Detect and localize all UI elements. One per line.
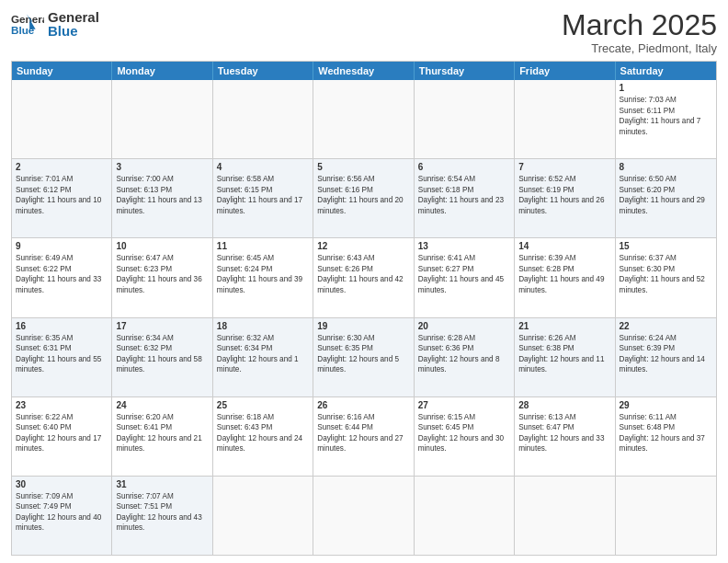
subtitle: Trecate, Piedmont, Italy	[562, 41, 717, 55]
day-number: 16	[16, 321, 108, 331]
day-number: 12	[317, 241, 409, 251]
logo-icon: General Blue	[11, 11, 44, 39]
day-number: 23	[16, 400, 108, 410]
day-number: 26	[317, 400, 409, 410]
cell-info: Sunrise: 6:32 AM Sunset: 6:34 PM Dayligh…	[217, 333, 309, 375]
calendar-cell: 7Sunrise: 6:52 AM Sunset: 6:19 PM Daylig…	[515, 159, 615, 237]
cell-info: Sunrise: 6:41 AM Sunset: 6:27 PM Dayligh…	[418, 253, 510, 295]
day-number: 19	[317, 321, 409, 331]
weekday-header: Tuesday	[213, 62, 313, 80]
calendar-cell: 20Sunrise: 6:28 AM Sunset: 6:36 PM Dayli…	[415, 318, 515, 396]
day-number: 27	[418, 400, 510, 410]
calendar-cell: 14Sunrise: 6:39 AM Sunset: 6:28 PM Dayli…	[515, 238, 615, 316]
calendar-cell: 30Sunrise: 7:09 AM Sunset: 7:49 PM Dayli…	[12, 477, 112, 555]
day-number: 5	[317, 162, 409, 172]
cell-info: Sunrise: 6:50 AM Sunset: 6:20 PM Dayligh…	[620, 174, 712, 216]
cell-info: Sunrise: 6:16 AM Sunset: 6:44 PM Dayligh…	[317, 412, 409, 454]
cell-info: Sunrise: 6:58 AM Sunset: 6:15 PM Dayligh…	[217, 174, 309, 216]
calendar-cell: 22Sunrise: 6:24 AM Sunset: 6:39 PM Dayli…	[616, 318, 716, 396]
cell-info: Sunrise: 7:09 AM Sunset: 7:49 PM Dayligh…	[16, 491, 108, 534]
cell-info: Sunrise: 7:07 AM Sunset: 7:51 PM Dayligh…	[116, 491, 208, 534]
day-number: 14	[518, 241, 610, 251]
day-number: 11	[217, 241, 309, 251]
calendar-cell	[313, 80, 414, 158]
cell-info: Sunrise: 6:56 AM Sunset: 6:16 PM Dayligh…	[317, 174, 409, 216]
cell-info: Sunrise: 6:47 AM Sunset: 6:23 PM Dayligh…	[116, 253, 208, 295]
weekday-header: Wednesday	[313, 62, 414, 80]
day-number: 17	[116, 321, 208, 331]
day-number: 13	[418, 241, 510, 251]
calendar-cell: 10Sunrise: 6:47 AM Sunset: 6:23 PM Dayli…	[112, 238, 212, 316]
calendar-cell	[12, 80, 112, 158]
header: General Blue General Blue March 2025 Tre…	[11, 9, 717, 55]
calendar: SundayMondayTuesdayWednesdayThursdayFrid…	[11, 61, 717, 556]
day-number: 6	[418, 162, 510, 172]
calendar-cell: 21Sunrise: 6:26 AM Sunset: 6:38 PM Dayli…	[515, 318, 615, 396]
calendar-row: 2Sunrise: 7:01 AM Sunset: 6:12 PM Daylig…	[12, 158, 716, 237]
calendar-row: 23Sunrise: 6:22 AM Sunset: 6:40 PM Dayli…	[12, 396, 716, 476]
calendar-cell: 11Sunrise: 6:45 AM Sunset: 6:24 PM Dayli…	[213, 238, 313, 316]
calendar-cell: 27Sunrise: 6:15 AM Sunset: 6:45 PM Dayli…	[415, 397, 515, 476]
calendar-cell: 18Sunrise: 6:32 AM Sunset: 6:34 PM Dayli…	[213, 318, 313, 396]
calendar-cell: 24Sunrise: 6:20 AM Sunset: 6:41 PM Dayli…	[112, 397, 212, 476]
calendar-cell	[515, 477, 615, 555]
day-number: 9	[16, 241, 108, 251]
calendar-body: 1Sunrise: 7:03 AM Sunset: 6:11 PM Daylig…	[12, 80, 716, 555]
weekday-header: Friday	[515, 62, 615, 80]
calendar-cell: 1Sunrise: 7:03 AM Sunset: 6:11 PM Daylig…	[616, 80, 716, 158]
cell-info: Sunrise: 6:13 AM Sunset: 6:47 PM Dayligh…	[518, 412, 610, 454]
weekday-header: Saturday	[616, 62, 716, 80]
day-number: 20	[418, 321, 510, 331]
day-number: 7	[518, 162, 610, 172]
cell-info: Sunrise: 6:24 AM Sunset: 6:39 PM Dayligh…	[620, 333, 712, 375]
cell-info: Sunrise: 6:43 AM Sunset: 6:26 PM Dayligh…	[317, 253, 409, 295]
logo-blue: Blue	[48, 23, 99, 40]
day-number: 3	[116, 162, 208, 172]
calendar-cell: 8Sunrise: 6:50 AM Sunset: 6:20 PM Daylig…	[616, 159, 716, 237]
calendar-cell: 12Sunrise: 6:43 AM Sunset: 6:26 PM Dayli…	[313, 238, 414, 316]
calendar-cell	[415, 477, 515, 555]
cell-info: Sunrise: 6:52 AM Sunset: 6:19 PM Dayligh…	[518, 174, 610, 216]
calendar-cell	[213, 477, 313, 555]
calendar-cell: 19Sunrise: 6:30 AM Sunset: 6:35 PM Dayli…	[313, 318, 414, 396]
day-number: 10	[116, 241, 208, 251]
calendar-row: 16Sunrise: 6:35 AM Sunset: 6:31 PM Dayli…	[12, 317, 716, 396]
day-number: 1	[620, 83, 712, 93]
calendar-cell: 16Sunrise: 6:35 AM Sunset: 6:31 PM Dayli…	[12, 318, 112, 396]
weekday-header: Monday	[112, 62, 212, 80]
day-number: 31	[116, 479, 208, 489]
cell-info: Sunrise: 6:11 AM Sunset: 6:48 PM Dayligh…	[620, 412, 712, 454]
day-number: 25	[217, 400, 309, 410]
logo: General Blue General Blue	[11, 9, 99, 40]
calendar-cell: 17Sunrise: 6:34 AM Sunset: 6:32 PM Dayli…	[112, 318, 212, 396]
calendar-cell	[213, 80, 313, 158]
day-number: 8	[620, 162, 712, 172]
calendar-cell	[313, 477, 414, 555]
cell-info: Sunrise: 6:28 AM Sunset: 6:36 PM Dayligh…	[418, 333, 510, 375]
calendar-cell: 29Sunrise: 6:11 AM Sunset: 6:48 PM Dayli…	[616, 397, 716, 476]
calendar-row: 9Sunrise: 6:49 AM Sunset: 6:22 PM Daylig…	[12, 237, 716, 316]
day-number: 30	[16, 479, 108, 489]
cell-info: Sunrise: 7:00 AM Sunset: 6:13 PM Dayligh…	[116, 174, 208, 216]
calendar-cell: 13Sunrise: 6:41 AM Sunset: 6:27 PM Dayli…	[415, 238, 515, 316]
cell-info: Sunrise: 6:54 AM Sunset: 6:18 PM Dayligh…	[418, 174, 510, 216]
day-number: 22	[620, 321, 712, 331]
calendar-cell: 26Sunrise: 6:16 AM Sunset: 6:44 PM Dayli…	[313, 397, 414, 476]
cell-info: Sunrise: 6:15 AM Sunset: 6:45 PM Dayligh…	[418, 412, 510, 454]
cell-info: Sunrise: 6:45 AM Sunset: 6:24 PM Dayligh…	[217, 253, 309, 295]
calendar-row: 30Sunrise: 7:09 AM Sunset: 7:49 PM Dayli…	[12, 476, 716, 555]
calendar-cell	[415, 80, 515, 158]
day-number: 18	[217, 321, 309, 331]
calendar-cell: 3Sunrise: 7:00 AM Sunset: 6:13 PM Daylig…	[112, 159, 212, 237]
calendar-cell: 5Sunrise: 6:56 AM Sunset: 6:16 PM Daylig…	[313, 159, 414, 237]
day-number: 24	[116, 400, 208, 410]
calendar-cell: 6Sunrise: 6:54 AM Sunset: 6:18 PM Daylig…	[415, 159, 515, 237]
cell-info: Sunrise: 7:01 AM Sunset: 6:12 PM Dayligh…	[16, 174, 108, 216]
cell-info: Sunrise: 6:30 AM Sunset: 6:35 PM Dayligh…	[317, 333, 409, 375]
cell-info: Sunrise: 6:49 AM Sunset: 6:22 PM Dayligh…	[16, 253, 108, 295]
weekday-header: Thursday	[415, 62, 515, 80]
weekday-header: Sunday	[12, 62, 112, 80]
page: General Blue General Blue March 2025 Tre…	[0, 0, 728, 563]
month-title: March 2025	[562, 9, 717, 41]
cell-info: Sunrise: 6:26 AM Sunset: 6:38 PM Dayligh…	[518, 333, 610, 375]
